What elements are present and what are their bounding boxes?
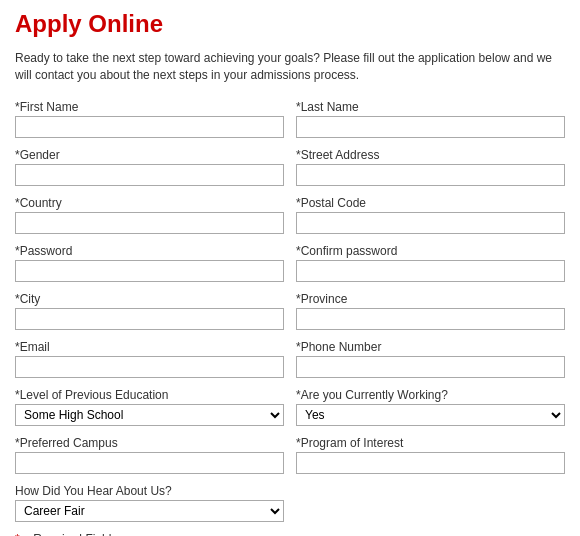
row-password: *Password *Confirm password [15,244,565,282]
phone-input[interactable] [296,356,565,378]
confirm-password-group: *Confirm password [296,244,565,282]
gender-input[interactable] [15,164,284,186]
gender-group: *Gender [15,148,284,186]
first-name-group: *First Name [15,100,284,138]
required-note: * = Required Fields [15,532,565,536]
row-country-postal: *Country *Postal Code [15,196,565,234]
row-city-province: *City *Province [15,292,565,330]
first-name-label: *First Name [15,100,284,114]
how-hear-label: How Did You Hear About Us? [15,484,284,498]
campus-input[interactable] [15,452,284,474]
last-name-input[interactable] [296,116,565,138]
program-label: *Program of Interest [296,436,565,450]
postal-code-group: *Postal Code [296,196,565,234]
password-group: *Password [15,244,284,282]
currently-working-group: *Are you Currently Working? Yes No [296,388,565,426]
password-label: *Password [15,244,284,258]
password-input[interactable] [15,260,284,282]
province-group: *Province [296,292,565,330]
intro-text: Ready to take the next step toward achie… [15,50,565,84]
row-education-working: *Level of Previous Education Some High S… [15,388,565,426]
email-input[interactable] [15,356,284,378]
program-input[interactable] [296,452,565,474]
currently-working-select[interactable]: Yes No [296,404,565,426]
country-group: *Country [15,196,284,234]
campus-label: *Preferred Campus [15,436,284,450]
education-label: *Level of Previous Education [15,388,284,402]
postal-code-input[interactable] [296,212,565,234]
confirm-password-input[interactable] [296,260,565,282]
row-how-hear: How Did You Hear About Us? Career Fair I… [15,484,565,522]
gender-label: *Gender [15,148,284,162]
email-group: *Email [15,340,284,378]
phone-label: *Phone Number [296,340,565,354]
first-name-input[interactable] [15,116,284,138]
city-label: *City [15,292,284,306]
program-group: *Program of Interest [296,436,565,474]
confirm-password-label: *Confirm password [296,244,565,258]
province-label: *Province [296,292,565,306]
row-name: *First Name *Last Name [15,100,565,138]
currently-working-label: *Are you Currently Working? [296,388,565,402]
city-input[interactable] [15,308,284,330]
country-input[interactable] [15,212,284,234]
street-address-group: *Street Address [296,148,565,186]
how-hear-group: How Did You Hear About Us? Career Fair I… [15,484,284,522]
last-name-group: *Last Name [296,100,565,138]
province-input[interactable] [296,308,565,330]
country-label: *Country [15,196,284,210]
how-hear-select[interactable]: Career Fair Internet Search Social Media… [15,500,284,522]
required-text: = Required Fields [20,532,118,536]
phone-group: *Phone Number [296,340,565,378]
page-title: Apply Online [15,10,565,38]
city-group: *City [15,292,284,330]
street-address-label: *Street Address [296,148,565,162]
row-gender-address: *Gender *Street Address [15,148,565,186]
education-group: *Level of Previous Education Some High S… [15,388,284,426]
row-campus-program: *Preferred Campus *Program of Interest [15,436,565,474]
education-select[interactable]: Some High School High School Diploma Som… [15,404,284,426]
email-label: *Email [15,340,284,354]
row-email-phone: *Email *Phone Number [15,340,565,378]
last-name-label: *Last Name [296,100,565,114]
campus-group: *Preferred Campus [15,436,284,474]
postal-code-label: *Postal Code [296,196,565,210]
street-address-input[interactable] [296,164,565,186]
